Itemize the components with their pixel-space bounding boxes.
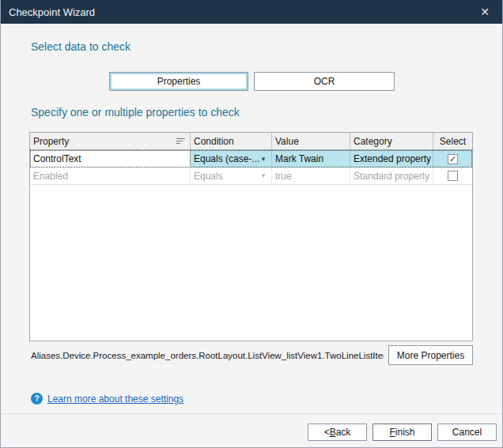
column-header-value[interactable]: Value [272,133,350,149]
title-bar[interactable]: Checkpoint Wizard ✕ [1,0,503,24]
property-cell[interactable]: ControlText [30,150,191,168]
row-checkbox-unchecked[interactable] [448,171,458,181]
category-cell: Standard property [350,168,433,184]
select-data-heading: Select data to check [31,40,130,53]
footer-divider [1,413,503,414]
cancel-button[interactable]: Cancel [437,424,497,441]
row-checkbox-checked[interactable]: ✓ [448,154,458,164]
help-row: ? Learn more about these settings [31,393,183,405]
question-icon: ? [31,393,43,405]
column-header-category[interactable]: Category [350,133,433,149]
condition-dropdown[interactable]: Equals (case-... ▼ [191,150,272,168]
finish-button-rest: inish [395,427,415,438]
back-button-prefix: < [324,427,330,438]
object-path-text: Aliases.Device.Process_example_orders.Ro… [31,351,384,362]
condition-dropdown[interactable]: Equals ▼ [191,168,272,184]
select-cell[interactable] [433,168,472,184]
select-cell[interactable]: ✓ [433,150,472,168]
properties-tab-button[interactable]: Properties [109,72,248,91]
table-header-row: Property Condition Value Category Select [30,133,472,150]
properties-table: Property Condition Value Category Select… [29,132,473,341]
column-header-property-label: Property [33,136,69,147]
property-cell[interactable]: Enabled [30,168,191,184]
column-header-select[interactable]: Select [433,133,472,149]
table-row[interactable]: Enabled Equals ▼ true Standard property [30,168,472,185]
back-button-mnemonic: B [330,427,336,438]
learn-more-link[interactable]: Learn more about these settings [47,393,183,405]
chevron-down-icon[interactable]: ▼ [260,172,268,179]
table-row[interactable]: ControlText Equals (case-... ▼ Mark Twai… [30,150,472,168]
specify-properties-heading: Specify one or multiple properties to ch… [31,106,240,119]
more-properties-button[interactable]: More Properties [388,345,473,365]
column-header-property[interactable]: Property [30,133,191,149]
value-cell[interactable]: Mark Twain [272,150,350,168]
condition-value: Equals [194,171,223,182]
window-title: Checkpoint Wizard [9,6,474,18]
category-cell: Extended property [350,150,433,168]
back-button-rest: ack [336,427,351,438]
column-header-condition[interactable]: Condition [191,133,272,149]
close-icon[interactable]: ✕ [474,3,496,21]
condition-value: Equals (case-... [194,153,259,164]
sort-icon [176,138,187,144]
finish-button-mnemonic: F [389,427,395,438]
back-button[interactable]: < Back [308,424,367,441]
value-cell[interactable]: true [272,168,350,184]
ocr-tab-button[interactable]: OCR [254,72,395,91]
finish-button[interactable]: Finish [373,424,432,441]
chevron-down-icon[interactable]: ▼ [260,156,268,163]
checkpoint-wizard-dialog: Checkpoint Wizard ✕ Select data to check… [0,0,503,448]
